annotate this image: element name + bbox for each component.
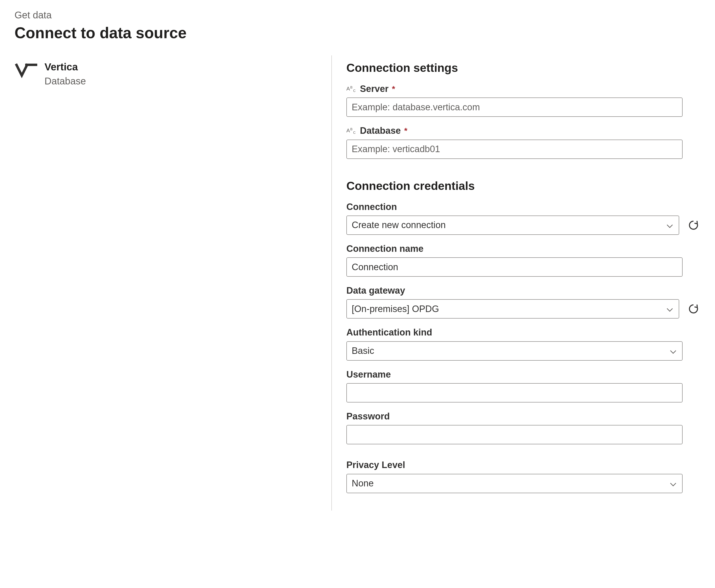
connector-name: Vertica bbox=[44, 60, 86, 74]
connection-credentials-section: Connection credentials Connection Create… bbox=[346, 178, 700, 493]
privacy-level-label: Privacy Level bbox=[346, 459, 405, 471]
text-type-icon: ABC bbox=[346, 85, 358, 93]
chevron-down-icon bbox=[666, 305, 674, 313]
connection-settings-section: Connection settings ABC Server * bbox=[346, 60, 700, 159]
connection-settings-heading: Connection settings bbox=[346, 60, 700, 76]
refresh-gateway-button[interactable] bbox=[687, 302, 700, 316]
server-input[interactable] bbox=[346, 98, 682, 117]
vertica-icon bbox=[15, 60, 39, 80]
password-input[interactable] bbox=[346, 425, 682, 444]
connector-card: Vertica Database bbox=[15, 60, 322, 88]
database-label: Database bbox=[360, 125, 401, 137]
required-indicator: * bbox=[392, 83, 395, 94]
page-title: Connect to data source bbox=[15, 22, 700, 43]
svg-text:B: B bbox=[350, 85, 353, 89]
connection-name-label: Connection name bbox=[346, 243, 423, 255]
connection-label: Connection bbox=[346, 201, 397, 213]
auth-kind-label: Authentication kind bbox=[346, 326, 432, 339]
data-gateway-label: Data gateway bbox=[346, 285, 405, 297]
username-input[interactable] bbox=[346, 383, 682, 402]
refresh-icon bbox=[688, 303, 699, 315]
svg-text:A: A bbox=[346, 86, 350, 92]
svg-text:B: B bbox=[350, 127, 353, 131]
chevron-down-icon bbox=[669, 347, 677, 355]
required-indicator: * bbox=[404, 125, 407, 136]
username-label: Username bbox=[346, 369, 391, 381]
svg-text:C: C bbox=[353, 89, 356, 93]
server-label: Server bbox=[360, 83, 388, 95]
connection-select-value: Create new connection bbox=[352, 219, 446, 231]
connector-category: Database bbox=[44, 75, 86, 88]
password-label: Password bbox=[346, 410, 390, 423]
chevron-down-icon bbox=[669, 479, 677, 488]
text-type-icon: ABC bbox=[346, 126, 358, 135]
connection-select[interactable]: Create new connection bbox=[346, 215, 679, 235]
breadcrumb: Get data bbox=[15, 8, 700, 22]
database-input[interactable] bbox=[346, 140, 682, 159]
auth-kind-select-value: Basic bbox=[352, 345, 374, 357]
auth-kind-select[interactable]: Basic bbox=[346, 341, 682, 361]
connection-credentials-heading: Connection credentials bbox=[346, 178, 700, 194]
privacy-level-select[interactable]: None bbox=[346, 474, 682, 493]
data-gateway-select[interactable]: [On-premises] OPDG bbox=[346, 299, 679, 318]
svg-text:C: C bbox=[353, 131, 356, 134]
refresh-icon bbox=[688, 219, 699, 231]
chevron-down-icon bbox=[666, 221, 674, 229]
svg-text:A: A bbox=[346, 127, 350, 133]
privacy-level-select-value: None bbox=[352, 477, 374, 489]
data-gateway-select-value: [On-premises] OPDG bbox=[352, 303, 439, 315]
refresh-connection-button[interactable] bbox=[687, 218, 700, 232]
connection-name-input[interactable] bbox=[346, 257, 682, 277]
